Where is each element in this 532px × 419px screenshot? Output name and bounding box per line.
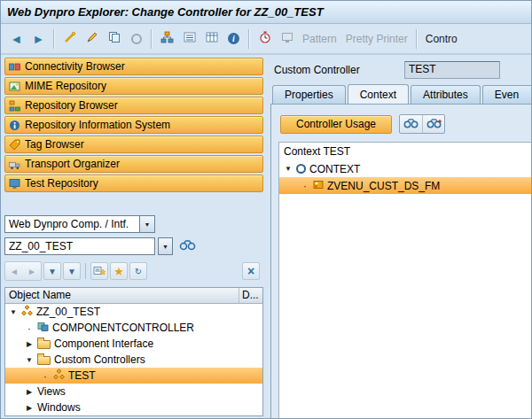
- context-tree-header: Context TEST: [279, 143, 532, 160]
- hierarchy-icon: [160, 31, 174, 46]
- back-icon: ◄: [11, 33, 23, 45]
- expander-open-icon[interactable]: ▼: [9, 308, 18, 316]
- controller-usage-button[interactable]: Controller Usage: [280, 115, 392, 134]
- context-tree: Context TEST ▼ CONTEXT · ZVENU_CUST_DS_F…: [278, 142, 532, 418]
- toolbar-separator: [85, 263, 86, 279]
- back-button[interactable]: ◄: [6, 28, 27, 50]
- tree-forward-button[interactable]: ►: [23, 262, 41, 280]
- object-name-input[interactable]: [4, 237, 155, 255]
- transport-truck-icon: [9, 159, 20, 170]
- favorites-button[interactable]: ★: [110, 262, 128, 280]
- nav-forward-icon: ►: [27, 267, 36, 276]
- worklist-icon: [93, 265, 106, 278]
- expander-open-icon[interactable]: ▼: [284, 165, 293, 173]
- controller-button[interactable]: Contro: [421, 33, 462, 45]
- sidebar-item-mime-repository[interactable]: MIME Repository: [4, 77, 263, 95]
- history-dropdown-button[interactable]: ▼: [158, 237, 173, 255]
- context-root-icon: [296, 164, 306, 174]
- leaf-bullet-icon: ·: [25, 322, 34, 335]
- tree-row[interactable]: ▶ Windows: [5, 400, 262, 415]
- chevron-down-icon[interactable]: ▼: [139, 216, 154, 232]
- tree-row[interactable]: ▼ ZZ_00_TEST: [5, 304, 262, 320]
- tree-row-label[interactable]: Windows: [37, 401, 81, 414]
- repository-info-icon: [9, 120, 20, 131]
- tab-attributes[interactable]: Attributes: [411, 85, 481, 104]
- list-button[interactable]: [179, 28, 200, 50]
- stopwatch-icon: [259, 31, 271, 46]
- tree-row[interactable]: ▶ Component Interface: [5, 336, 262, 352]
- tab-properties[interactable]: Properties: [272, 85, 346, 104]
- sort-down-button[interactable]: ▼: [43, 262, 61, 280]
- sort-down-icon: ▼: [48, 267, 57, 276]
- test-repository-icon: [9, 178, 20, 190]
- forward-icon: ►: [33, 33, 45, 45]
- context-row-selected[interactable]: · ZVENU_CUST_DS_FM: [279, 177, 532, 194]
- find-button[interactable]: [400, 115, 422, 133]
- magic-wand-icon: [63, 31, 76, 47]
- tree-row[interactable]: · COMPONENTCONTROLLER: [5, 320, 262, 336]
- expander-closed-icon[interactable]: ▶: [25, 340, 34, 348]
- object-type-select[interactable]: Web Dynpro Comp. / Intf. ▼: [4, 215, 155, 233]
- tree-header: Object Name D...: [5, 288, 262, 304]
- filter-down-button[interactable]: ▼: [63, 262, 81, 280]
- tab-context[interactable]: Context: [348, 84, 409, 104]
- refresh-button[interactable]: ↻: [129, 262, 147, 280]
- pencil-icon: [86, 31, 98, 46]
- navigator-panel: Connectivity Browser MIME Repository Rep…: [4, 58, 263, 419]
- find-next-button[interactable]: [422, 115, 444, 133]
- context-row[interactable]: ▼ CONTEXT: [279, 160, 532, 177]
- forward-button[interactable]: ►: [28, 28, 49, 50]
- monitor-button[interactable]: [277, 28, 297, 50]
- tree-row-label[interactable]: TEST: [68, 369, 96, 382]
- filter-down-icon: ▼: [67, 267, 76, 276]
- tree-row-label[interactable]: ZZ_00_TEST: [36, 306, 100, 318]
- pretty-printer-button[interactable]: Pretty Printer: [341, 33, 412, 45]
- expander-closed-icon[interactable]: ▶: [25, 404, 34, 412]
- tree-row-label[interactable]: Component Interface: [54, 338, 153, 350]
- display-object-button[interactable]: [176, 237, 199, 255]
- tree-row-label[interactable]: Views: [37, 385, 66, 398]
- context-row-label[interactable]: ZVENU_CUST_DS_FM: [327, 180, 440, 192]
- object-name-row: ▼: [4, 237, 263, 255]
- toolbar-separator: [53, 29, 55, 49]
- sidebar-item-label: Tag Browser: [25, 138, 84, 151]
- sidebar-item-tag-browser[interactable]: Tag Browser: [4, 136, 263, 153]
- list-icon: [184, 32, 196, 45]
- info-button[interactable]: i: [223, 28, 244, 50]
- context-tab-content: Controller Usage Context TEST ▼ CONTEXT …: [270, 104, 532, 419]
- table-button[interactable]: [201, 28, 222, 50]
- tree-row-label[interactable]: COMPONENTCONTROLLER: [52, 322, 194, 334]
- column-header-d[interactable]: D...: [239, 288, 262, 303]
- sidebar-item-connectivity-browser[interactable]: Connectivity Browser: [4, 58, 263, 75]
- sidebar-item-transport-organizer[interactable]: Transport Organizer: [4, 155, 263, 173]
- controller-name-field[interactable]: TEST: [404, 61, 500, 79]
- tab-events[interactable]: Even: [482, 85, 532, 104]
- pattern-button[interactable]: Pattern: [298, 33, 341, 45]
- sidebar-item-repository-browser[interactable]: Repository Browser: [4, 97, 263, 114]
- app-window: Web Dynpro Explorer: Change Controller f…: [0, 0, 532, 419]
- tree-history-group: ◄ ►: [4, 261, 42, 281]
- close-browser-button[interactable]: ×: [242, 262, 260, 280]
- sidebar-item-test-repository[interactable]: Test Repository: [4, 175, 263, 192]
- hierarchy-button[interactable]: [157, 28, 177, 50]
- worklist-button[interactable]: [90, 262, 108, 280]
- sidebar-item-repository-information-system[interactable]: Repository Information System: [4, 116, 263, 134]
- runtime-analysis-button[interactable]: [254, 28, 275, 50]
- tree-row[interactable]: ▶ Views: [5, 384, 262, 400]
- expander-closed-icon[interactable]: ▶: [25, 388, 34, 396]
- tree-row-selected[interactable]: · TEST: [5, 368, 262, 384]
- context-row-label[interactable]: CONTEXT: [309, 163, 360, 175]
- expander-open-icon[interactable]: ▼: [25, 356, 34, 364]
- create-button[interactable]: [59, 28, 80, 50]
- copy-button[interactable]: [104, 28, 124, 50]
- tree-row-label[interactable]: Custom Controllers: [54, 353, 145, 366]
- tree-row[interactable]: ▼ Custom Controllers: [5, 352, 262, 368]
- column-header-object-name[interactable]: Object Name: [5, 288, 239, 303]
- toolbar-separator: [151, 29, 153, 49]
- ring-button[interactable]: [126, 28, 146, 50]
- tree-back-button[interactable]: ◄: [5, 262, 23, 280]
- info-icon: i: [228, 33, 239, 44]
- display-change-button[interactable]: [82, 28, 102, 50]
- sidebar-item-label: Transport Organizer: [25, 158, 120, 170]
- monitor-icon: [281, 32, 293, 46]
